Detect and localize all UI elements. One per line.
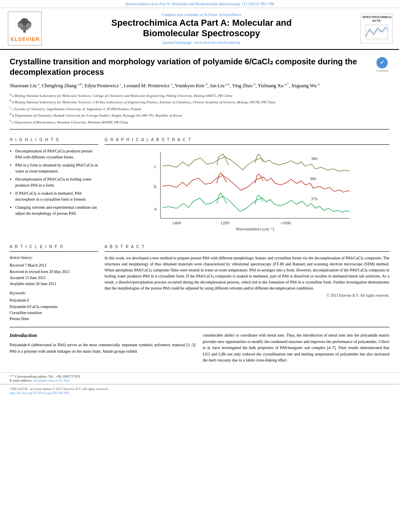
affiliation-c: c c Faculty of Chemistry, Jagiellonian U… [10,105,389,112]
keywords-label: Keywords: [10,290,98,296]
article-title: Crystalline transition and morphology va… [10,56,371,77]
article-info-column: A R T I C L E I N F O Article history: R… [10,240,98,322]
svg-rect-7 [366,25,388,39]
journal-logo-right: SPECTROCHIMICA ACTA [360,14,393,43]
highlights-content: Decomplexation of PA6/CaCl₂ produces por… [10,148,98,216]
highlights-list: Decomplexation of PA6/CaCl₂ produces por… [10,148,98,216]
svg-text:976: 976 [311,197,317,201]
authors-text: Shaoxuan Liu a, Chengfeng Zhang a,b, Edy… [10,83,319,88]
affiliation-d: d d Department of Chemistry, Hankuk Univ… [10,112,389,119]
available-date: Available online 26 June 2013 [10,281,98,287]
corresponding-label: * [10,374,12,378]
graphical-abstract-header: G R A P H I C A L A B S T R A C T [105,138,389,142]
keyword-item: Polyamide 6 [10,298,98,304]
svg-text:b: b [154,184,156,189]
logo-right-title: SPECTROCHIMICA ACTA [362,16,391,23]
revised-date: Received in revised form 20 May 2013 [10,269,98,275]
keywords-list: Polyamide 6 Polyamide 6/CaCl₂ composites… [10,298,98,322]
info-abstract-row: A R T I C L E I N F O Article history: R… [10,240,389,322]
affiliation-b: b b Beijing National Laboratory for Mole… [10,99,389,105]
sciverse-text: Contents lists available at SciVerse Sci… [47,12,356,17]
received-date: Received 7 March 2013 [10,263,98,269]
email-note: E-mail address: xyz@pku.edu.cn (Y. Xu). [10,378,389,382]
doi-line: http://dx.doi.org/10.1016/j.saa.2013.06.… [10,391,389,395]
article-area: Crystalline transition and morphology va… [0,50,399,370]
elsevier-logo-left: ELSEVIER [6,11,43,46]
svg-text:a: a [154,206,157,212]
sciverse-prefix: Contents lists available at [162,12,204,17]
journal-header: ELSEVIER Contents lists available at Sci… [0,8,399,50]
abstract-text: In this work, we developed a new method … [105,255,389,291]
affiliations: a a Beijing National Laboratory for Mole… [10,92,389,130]
svg-text:1200: 1200 [220,220,230,225]
highlight-item: Decomplexation of PA6/CaCl₂ in boiling w… [15,176,98,188]
spectral-chart: 1400 1200 ~1000 c b a Wavenumbers (cm⁻¹)… [105,148,389,232]
corresponding-author-note: * * Corresponding author. Tel.: +86 1062… [10,374,389,378]
article-info-divider [10,251,98,252]
keyword-item: Polyamide 6/CaCl₂ composites [10,304,98,310]
keyword-item: Porous films [10,316,98,322]
authors-line: Shaoxuan Liu a, Chengfeng Zhang a,b, Edy… [10,81,389,90]
graphical-abstract-divider [105,144,389,145]
keyword-item: Crystalline transition [10,310,98,316]
issn-line: 1386-1425/$ - see front matter © 2013 El… [10,387,389,391]
email-address[interactable]: xyz@pku.edu.cn (Y. Xu). [33,378,70,382]
spectrochimica-logo-icon [364,23,390,41]
article-dates: Received 7 March 2013 Received in revise… [10,263,98,287]
journal-name: Spectrochimica Acta Part A: Molecular an… [47,18,356,39]
affiliation-e: e e Department of Biochemistry, Wenshan … [10,119,389,125]
article-info-content: Article history: Received 7 March 2013 R… [10,255,98,322]
sciverse-link[interactable]: SciVerse ScienceDirect [204,12,242,17]
elsevier-tree-icon [12,14,37,35]
affiliation-a: a a Beijing National Laboratory for Mole… [10,92,389,99]
introduction-left: Introduction Polyamide-6 (abbreviated as… [10,332,196,364]
article-info-header: A R T I C L E I N F O [10,244,98,249]
crossmark-badge: ✓ CrossMark [375,57,389,72]
abstract-header: A B S T R A C T [105,244,389,249]
abstract-divider [105,251,389,252]
graphical-abstract-area: G R A P H I C A L A B S T R A C T 1400 1… [105,134,389,236]
introduction-section: Introduction Polyamide-6 (abbreviated as… [10,332,389,364]
svg-text:960: 960 [310,177,316,181]
footnote-block: * * Corresponding author. Tel.: +86 1062… [0,372,399,384]
left-column: H I G H L I G H T S Decomplexation of PA… [10,134,98,236]
article-title-row: Crystalline transition and morphology va… [10,56,389,77]
svg-point-6 [26,23,31,28]
doi-link[interactable]: http://dx.doi.org/10.1016/j.saa.2013.06.… [10,391,69,395]
svg-text:~1000: ~1000 [280,220,291,225]
homepage-link[interactable]: www.elsevier.com/locate/saa [194,40,241,45]
journal-reference-text: Spectrochimica Acta Part A: Molecular an… [125,2,274,6]
introduction-title: Introduction [10,332,196,339]
footer-left: 1386-1425/$ - see front matter © 2013 El… [10,387,389,395]
elsevier-wordmark: ELSEVIER [11,36,39,43]
section-break [10,327,389,327]
highlight-item: If PA6/CaCl₂ is soaked in methanol, PA6 … [15,190,98,202]
highlights-divider [10,144,98,145]
introduction-right: considerable ability to coordinate with … [203,332,389,364]
svg-rect-9 [136,148,358,232]
highlight-item: PA6 in γ form is obtained by soaking PA6… [15,162,98,174]
highlights-header: H I G H L I G H T S [10,138,98,142]
abstract-column: A B S T R A C T In this work, we develop… [105,240,389,322]
highlight-item: Decomplexation of PA6/CaCl₂ produces por… [15,148,98,160]
svg-point-5 [18,23,23,28]
journal-homepage: journal homepage: www.elsevier.com/locat… [47,40,356,45]
svg-text:Wavenumbers (cm⁻¹): Wavenumbers (cm⁻¹) [236,226,274,232]
graphical-abstract-figure: 1400 1200 ~1000 c b a Wavenumbers (cm⁻¹)… [105,148,389,236]
highlight-item: Changing solvents and experimental condi… [15,204,98,216]
corresponding-text: * Corresponding author. Tel.: +86 106275… [12,374,81,378]
svg-text:c: c [154,164,156,169]
email-label-text: E-mail address: [10,378,33,382]
introduction-text-left: Polyamide-6 (abbreviated as PA6) serves … [10,342,196,354]
history-label: Article history: [10,255,98,261]
introduction-text-right: considerable ability to coordinate with … [203,332,389,364]
footer: 1386-1425/$ - see front matter © 2013 El… [0,384,399,396]
journal-reference-bar: Spectrochimica Acta Part A: Molecular an… [0,0,399,8]
highlights-abstract-row: H I G H L I G H T S Decomplexation of PA… [10,134,389,236]
svg-text:960: 960 [311,156,317,161]
crossmark-label: CrossMark [376,69,388,72]
journal-title-area: Contents lists available at SciVerse Sci… [47,12,356,45]
abstract-copyright: © 2013 Elsevier B.V. All rights reserved… [105,294,389,298]
svg-text:1400: 1400 [172,220,181,225]
accepted-date: Accepted 13 June 2013 [10,275,98,281]
